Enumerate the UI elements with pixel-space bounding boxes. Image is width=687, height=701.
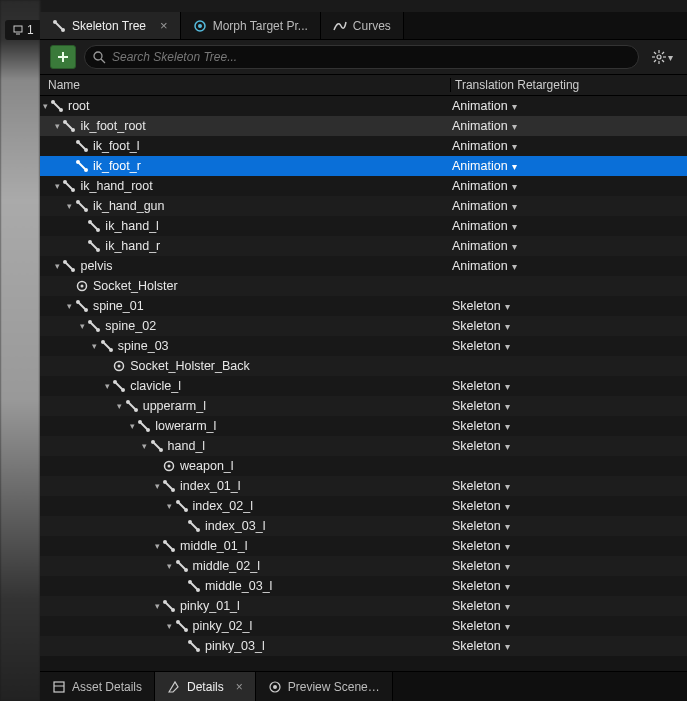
chevron-down-icon[interactable]: ▾: [512, 221, 517, 232]
tree-row[interactable]: index_03_lSkeleton▾: [40, 516, 687, 536]
chevron-down-icon[interactable]: ▾: [505, 541, 510, 552]
skeleton-tree[interactable]: ▾rootAnimation▾ ▾ik_foot_rootAnimation▾ …: [40, 96, 687, 671]
tree-row[interactable]: ▾clavicle_lSkeleton▾: [40, 376, 687, 396]
chevron-down-icon[interactable]: ▾: [505, 341, 510, 352]
tree-row[interactable]: ik_foot_lAnimation▾: [40, 136, 687, 156]
tree-row[interactable]: ▾ik_hand_gunAnimation▾: [40, 196, 687, 216]
close-icon[interactable]: ×: [160, 18, 168, 33]
chevron-down-icon[interactable]: ▾: [505, 501, 510, 512]
expander[interactable]: ▾: [165, 561, 175, 571]
retarget-value[interactable]: Animation: [452, 259, 508, 273]
tree-row[interactable]: Socket_Holster: [40, 276, 687, 296]
expander[interactable]: ▾: [152, 541, 162, 551]
tree-row[interactable]: ▾ik_foot_rootAnimation▾: [40, 116, 687, 136]
bottom-tab-details[interactable]: Details×: [155, 672, 256, 701]
retarget-value[interactable]: Skeleton: [452, 559, 501, 573]
tree-row[interactable]: ▾upperarm_lSkeleton▾: [40, 396, 687, 416]
retarget-value[interactable]: Animation: [452, 139, 508, 153]
bottom-tab-preview-scene-[interactable]: Preview Scene…: [256, 672, 393, 701]
chevron-down-icon[interactable]: ▾: [505, 401, 510, 412]
close-icon[interactable]: ×: [236, 680, 243, 694]
expander[interactable]: ▾: [165, 621, 175, 631]
retarget-value[interactable]: Skeleton: [452, 439, 501, 453]
tree-row[interactable]: ▾hand_lSkeleton▾: [40, 436, 687, 456]
tree-row[interactable]: ▾index_02_lSkeleton▾: [40, 496, 687, 516]
retarget-value[interactable]: Skeleton: [452, 339, 501, 353]
tree-row[interactable]: Socket_Holster_Back: [40, 356, 687, 376]
tree-row[interactable]: ik_hand_rAnimation▾: [40, 236, 687, 256]
tree-row[interactable]: pinky_03_lSkeleton▾: [40, 636, 687, 656]
retarget-value[interactable]: Skeleton: [452, 399, 501, 413]
expander[interactable]: ▾: [102, 381, 112, 391]
expander[interactable]: ▾: [65, 301, 75, 311]
search-input[interactable]: [112, 50, 630, 64]
tree-row[interactable]: weapon_l: [40, 456, 687, 476]
retarget-value[interactable]: Animation: [452, 179, 508, 193]
tree-row[interactable]: ▾pinky_01_lSkeleton▾: [40, 596, 687, 616]
expander[interactable]: ▾: [65, 201, 75, 211]
column-name[interactable]: Name: [40, 78, 450, 92]
tree-row[interactable]: ▾spine_01Skeleton▾: [40, 296, 687, 316]
retarget-value[interactable]: Skeleton: [452, 499, 501, 513]
retarget-value[interactable]: Animation: [452, 159, 508, 173]
retarget-value[interactable]: Skeleton: [452, 619, 501, 633]
chevron-down-icon[interactable]: ▾: [512, 201, 517, 212]
expander[interactable]: ▾: [152, 601, 162, 611]
chevron-down-icon[interactable]: ▾: [512, 181, 517, 192]
chevron-down-icon[interactable]: ▾: [505, 581, 510, 592]
expander[interactable]: ▾: [127, 421, 137, 431]
tree-row[interactable]: ik_hand_lAnimation▾: [40, 216, 687, 236]
retarget-value[interactable]: Skeleton: [452, 299, 501, 313]
chevron-down-icon[interactable]: ▾: [512, 261, 517, 272]
chevron-down-icon[interactable]: ▾: [512, 141, 517, 152]
tree-row[interactable]: ▾spine_02Skeleton▾: [40, 316, 687, 336]
expander[interactable]: ▾: [115, 401, 125, 411]
tree-row[interactable]: ▾lowerarm_lSkeleton▾: [40, 416, 687, 436]
expander[interactable]: ▾: [77, 321, 87, 331]
retarget-value[interactable]: Skeleton: [452, 599, 501, 613]
chevron-down-icon[interactable]: ▾: [505, 561, 510, 572]
tab-curves[interactable]: Curves: [321, 12, 404, 39]
tree-row[interactable]: middle_03_lSkeleton▾: [40, 576, 687, 596]
add-button[interactable]: [50, 45, 76, 69]
tree-row[interactable]: ▾ik_hand_rootAnimation▾: [40, 176, 687, 196]
expander[interactable]: ▾: [52, 261, 62, 271]
retarget-value[interactable]: Animation: [452, 239, 508, 253]
retarget-value[interactable]: Skeleton: [452, 539, 501, 553]
chevron-down-icon[interactable]: ▾: [505, 481, 510, 492]
expander[interactable]: ▾: [90, 341, 100, 351]
chevron-down-icon[interactable]: ▾: [512, 161, 517, 172]
retarget-value[interactable]: Skeleton: [452, 479, 501, 493]
chevron-down-icon[interactable]: ▾: [505, 301, 510, 312]
tab-morph-target-pr-[interactable]: Morph Target Pr...: [181, 12, 321, 39]
column-retarget[interactable]: Translation Retargeting: [450, 78, 687, 92]
expander[interactable]: ▾: [152, 481, 162, 491]
chevron-down-icon[interactable]: ▾: [505, 441, 510, 452]
bottom-tab-asset-details[interactable]: Asset Details: [40, 672, 155, 701]
expander[interactable]: ▾: [165, 501, 175, 511]
tree-row[interactable]: ▾index_01_lSkeleton▾: [40, 476, 687, 496]
retarget-value[interactable]: Skeleton: [452, 519, 501, 533]
settings-menu[interactable]: ▾: [647, 50, 677, 64]
chevron-down-icon[interactable]: ▾: [505, 421, 510, 432]
expander[interactable]: ▾: [52, 121, 62, 131]
chevron-down-icon[interactable]: ▾: [512, 101, 517, 112]
expander[interactable]: ▾: [140, 441, 150, 451]
retarget-value[interactable]: Animation: [452, 199, 508, 213]
retarget-value[interactable]: Animation: [452, 99, 508, 113]
tab-skeleton-tree[interactable]: Skeleton Tree×: [40, 12, 181, 39]
chevron-down-icon[interactable]: ▾: [512, 241, 517, 252]
tree-row[interactable]: ▾middle_01_lSkeleton▾: [40, 536, 687, 556]
expander[interactable]: ▾: [40, 101, 50, 111]
chevron-down-icon[interactable]: ▾: [505, 521, 510, 532]
tree-row[interactable]: ▾pinky_02_lSkeleton▾: [40, 616, 687, 636]
retarget-value[interactable]: Skeleton: [452, 639, 501, 653]
expander[interactable]: ▾: [52, 181, 62, 191]
retarget-value[interactable]: Animation: [452, 119, 508, 133]
chevron-down-icon[interactable]: ▾: [505, 321, 510, 332]
retarget-value[interactable]: Skeleton: [452, 319, 501, 333]
chevron-down-icon[interactable]: ▾: [505, 601, 510, 612]
tree-row[interactable]: ▾pelvisAnimation▾: [40, 256, 687, 276]
retarget-value[interactable]: Skeleton: [452, 579, 501, 593]
chevron-down-icon[interactable]: ▾: [505, 641, 510, 652]
